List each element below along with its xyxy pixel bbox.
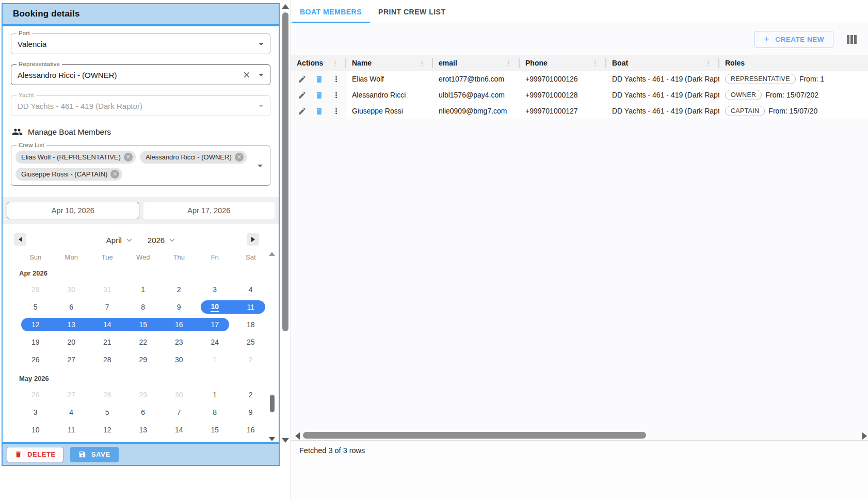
chip-remove-icon[interactable]: ✕ [110, 170, 119, 179]
calendar-day[interactable]: 1 [197, 386, 233, 404]
scrollbar-thumb[interactable] [303, 432, 646, 439]
calendar-day[interactable]: 7 [161, 404, 197, 421]
calendar-day[interactable]: 24 [197, 333, 233, 351]
calendar-day[interactable]: 21 [89, 333, 125, 351]
scrollbar-thumb[interactable] [282, 12, 288, 331]
representative-field[interactable]: Representative Alessandro Ricci - (OWNER… [11, 64, 270, 85]
column-menu-icon[interactable]: ⋮ [419, 59, 430, 67]
column-header[interactable]: email⋮ [433, 55, 520, 71]
table-row[interactable]: Giuseppe Rossinlie0909@bmg7.com+99970100… [291, 103, 868, 119]
calendar-day[interactable]: 17 [197, 316, 233, 333]
calendar-day[interactable]: 19 [18, 333, 54, 351]
calendar-month-select[interactable]: April [106, 236, 132, 245]
chevron-down-icon[interactable] [259, 74, 264, 76]
calendar-day[interactable]: 26 [18, 386, 54, 404]
calendar-day[interactable]: 16 [233, 421, 269, 439]
calendar-day[interactable]: 11 [233, 298, 269, 316]
tab-print-crew-list[interactable]: PRINT CREW LIST [370, 0, 454, 23]
calendar-day[interactable]: 10 [197, 298, 233, 316]
delete-button[interactable]: DELETE [7, 447, 63, 462]
column-menu-icon[interactable]: ⋮ [705, 59, 716, 67]
calendar-day[interactable]: 12 [89, 421, 125, 439]
row-menu-button[interactable] [332, 75, 341, 84]
calendar-day[interactable]: 6 [125, 404, 162, 421]
crew-chip[interactable]: Elias Wolf - (REPRESENTATIVE)✕ [15, 151, 136, 164]
port-field[interactable]: Port Valencia [11, 34, 270, 54]
chip-remove-icon[interactable]: ✕ [124, 153, 133, 162]
scroll-left-icon[interactable] [295, 432, 300, 440]
calendar-day[interactable]: 17 [18, 439, 54, 442]
calendar-day[interactable]: 10 [18, 421, 54, 439]
row-menu-button[interactable] [332, 91, 341, 100]
scroll-right-icon[interactable] [862, 432, 867, 440]
calendar-day[interactable]: 30 [161, 386, 197, 404]
calendar-day[interactable]: 15 [125, 316, 162, 333]
calendar-day[interactable]: 28 [89, 351, 125, 368]
calendar-day[interactable]: 6 [54, 298, 90, 316]
chip-remove-icon[interactable]: ✕ [235, 153, 244, 162]
calendar-day[interactable]: 13 [54, 316, 90, 333]
calendar-day[interactable]: 28 [89, 386, 125, 404]
crew-chip[interactable]: Alessandro Ricci - (OWNER)✕ [140, 151, 247, 164]
scroll-up-icon[interactable] [282, 4, 289, 9]
column-menu-icon[interactable]: ⋮ [592, 59, 603, 67]
calendar-day[interactable]: 13 [125, 421, 162, 439]
create-new-button[interactable]: + CREATE NEW [754, 31, 833, 48]
calendar-day[interactable]: 4 [54, 404, 90, 421]
edit-button[interactable] [298, 107, 307, 116]
calendar-day[interactable]: 11 [54, 421, 90, 439]
calendar-day[interactable]: 14 [161, 421, 197, 439]
crew-list-field[interactable]: Crew List Elias Wolf - (REPRESENTATIVE)✕… [11, 146, 270, 186]
table-horizontal-scrollbar[interactable] [291, 431, 868, 440]
clear-icon[interactable] [242, 70, 251, 79]
crew-chip[interactable]: Giuseppe Rossi - (CAPTAIN)✕ [15, 168, 122, 181]
column-menu-icon[interactable]: ⋮ [332, 59, 343, 67]
calendar-day[interactable]: 19 [89, 439, 125, 442]
calendar-day[interactable]: 23 [233, 439, 269, 442]
start-date-input[interactable]: Apr 10, 2026 [7, 202, 139, 219]
calendar-day[interactable]: 20 [54, 333, 90, 351]
scroll-up-icon[interactable] [269, 252, 275, 256]
calendar-day[interactable]: 18 [233, 316, 269, 333]
calendar-day[interactable]: 5 [18, 298, 54, 316]
calendar-day[interactable]: 9 [233, 404, 269, 421]
calendar-day[interactable]: 30 [161, 351, 197, 368]
calendar-day[interactable]: 8 [197, 404, 233, 421]
calendar-day[interactable]: 29 [125, 351, 162, 368]
calendar-day[interactable]: 25 [233, 333, 269, 351]
calendar-day[interactable]: 31 [89, 281, 125, 298]
scroll-down-icon[interactable] [282, 438, 289, 443]
calendar-next-button[interactable] [247, 233, 259, 246]
calendar-day[interactable]: 3 [18, 404, 54, 421]
calendar-scrollbar[interactable] [268, 252, 276, 441]
calendar-day[interactable]: 16 [161, 316, 197, 333]
end-date-input[interactable]: Apr 17, 2026 [143, 202, 275, 219]
column-settings-button[interactable] [847, 35, 857, 44]
column-header[interactable]: Roles⋮ [719, 55, 868, 71]
calendar-day[interactable]: 26 [18, 351, 54, 368]
calendar-day[interactable]: 2 [233, 386, 269, 404]
calendar-day[interactable]: 7 [89, 298, 125, 316]
column-header[interactable]: Actions⋮ [291, 55, 346, 71]
edit-button[interactable] [298, 91, 307, 100]
save-button[interactable]: SAVE [70, 447, 119, 462]
calendar-day[interactable]: 14 [89, 316, 125, 333]
calendar-day[interactable]: 8 [125, 298, 162, 316]
delete-row-button[interactable] [315, 107, 324, 116]
delete-row-button[interactable] [315, 91, 324, 100]
row-menu-button[interactable] [332, 107, 341, 116]
column-header[interactable]: Name⋮ [346, 55, 433, 71]
edit-button[interactable] [298, 75, 307, 84]
tab-boat-members[interactable]: BOAT MEMBERS [292, 0, 370, 23]
scroll-down-icon[interactable] [269, 437, 275, 441]
chevron-down-icon[interactable] [258, 165, 263, 167]
calendar-day[interactable]: 20 [125, 439, 162, 442]
calendar-day[interactable]: 23 [161, 333, 197, 351]
calendar-day[interactable]: 1 [125, 281, 162, 298]
calendar-day[interactable]: 4 [233, 281, 269, 298]
column-menu-icon[interactable]: ⋮ [505, 59, 517, 67]
scrollbar-thumb[interactable] [270, 395, 275, 412]
column-header[interactable]: Boat⋮ [606, 55, 719, 71]
chevron-down-icon[interactable] [259, 43, 264, 45]
calendar-day[interactable]: 18 [54, 439, 90, 442]
